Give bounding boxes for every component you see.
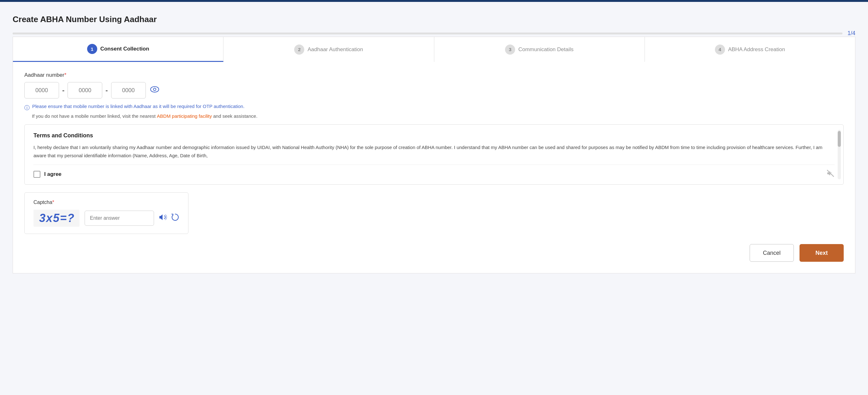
captcha-actions [159,213,179,223]
agree-row: I agree [33,164,835,179]
captcha-card: Captcha* 3x5=? [24,192,188,234]
captcha-input[interactable] [85,211,154,226]
info-text: Please ensure that mobile number is link… [32,103,245,109]
tab-num-3: 3 [505,44,515,55]
terms-title: Terms and Conditions [33,132,835,139]
tab-num-1: 1 [87,44,97,54]
required-star: * [64,72,67,78]
abdm-link[interactable]: ABDM participating facility [157,113,212,119]
tabs-row: 1 Consent Collection 2 Aadhaar Authentic… [12,37,856,62]
terms-box: Terms and Conditions I, hereby declare t… [24,124,844,185]
dash-2: - [105,86,107,94]
agree-label: I agree [44,171,62,178]
tab-consent[interactable]: 1 Consent Collection [13,37,223,62]
tab-label-consent: Consent Collection [100,46,149,52]
info-secondary: If you do not have a mobile number linke… [32,113,844,119]
cancel-button[interactable]: Cancel [750,244,794,262]
tab-num-2: 2 [294,44,304,55]
progress-label: 1/4 [847,30,856,37]
captcha-sound-icon[interactable] [159,213,167,223]
agree-left: I agree [33,171,62,178]
dash-1: - [62,86,64,94]
progress-row: 1/4 [12,30,856,37]
info-row: ⓘ Please ensure that mobile number is li… [24,103,844,112]
aadhaar-seg-2[interactable] [67,82,102,98]
captcha-text: 3x5=? [39,212,75,224]
captcha-required-star: * [52,200,54,205]
captcha-label: Captcha* [33,200,179,205]
captcha-refresh-icon[interactable] [171,213,179,223]
tab-label-communication: Communication Details [518,47,574,53]
aadhaar-seg-3[interactable] [111,82,146,98]
tab-communication[interactable]: 3 Communication Details [434,37,645,62]
captcha-image: 3x5=? [33,210,80,227]
terms-content: I, hereby declare that I am voluntarily … [33,143,835,159]
info-icon: ⓘ [24,104,30,112]
tab-label-aadhaar: Aadhaar Authentication [307,47,363,53]
tab-aadhaar[interactable]: 2 Aadhaar Authentication [223,37,434,62]
aadhaar-input-row: - - [24,82,844,98]
bottom-row: Cancel Next [24,244,844,262]
next-button[interactable]: Next [800,244,844,262]
agree-checkbox[interactable] [33,171,40,178]
captcha-row: 3x5=? [33,210,179,227]
svg-point-1 [153,88,156,91]
main-card: Aadhaar number* - - ⓘ Please ensure that… [12,62,856,273]
aadhaar-field-label: Aadhaar number* [24,72,844,78]
page-title: Create ABHA Number Using Aadhaar [12,14,856,24]
toggle-visibility-icon[interactable] [150,86,159,95]
tab-abha[interactable]: 4 ABHA Address Creation [645,37,855,62]
tab-num-4: 4 [715,44,725,55]
mute-icon[interactable] [826,169,835,179]
scrollbar-thumb [838,131,841,147]
scrollbar[interactable] [838,130,841,179]
tab-label-abha: ABHA Address Creation [728,47,785,53]
progress-bar [12,32,842,34]
svg-point-0 [151,87,159,92]
aadhaar-seg-1[interactable] [24,82,59,98]
